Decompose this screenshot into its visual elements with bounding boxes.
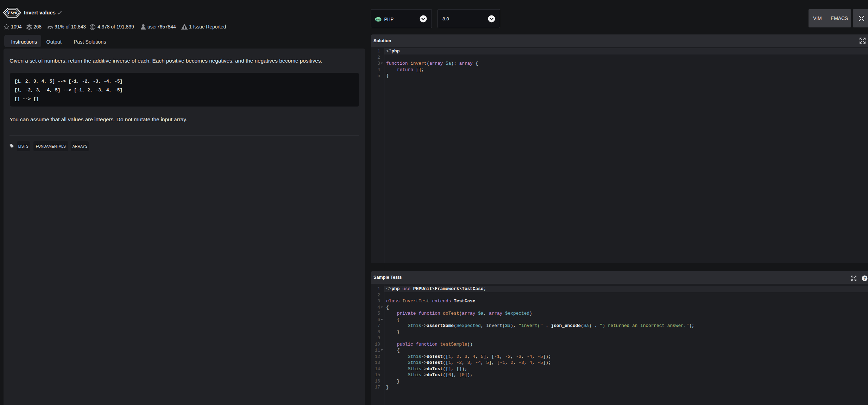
svg-text:?: ?: [863, 276, 866, 280]
svg-text:php: php: [376, 18, 380, 21]
